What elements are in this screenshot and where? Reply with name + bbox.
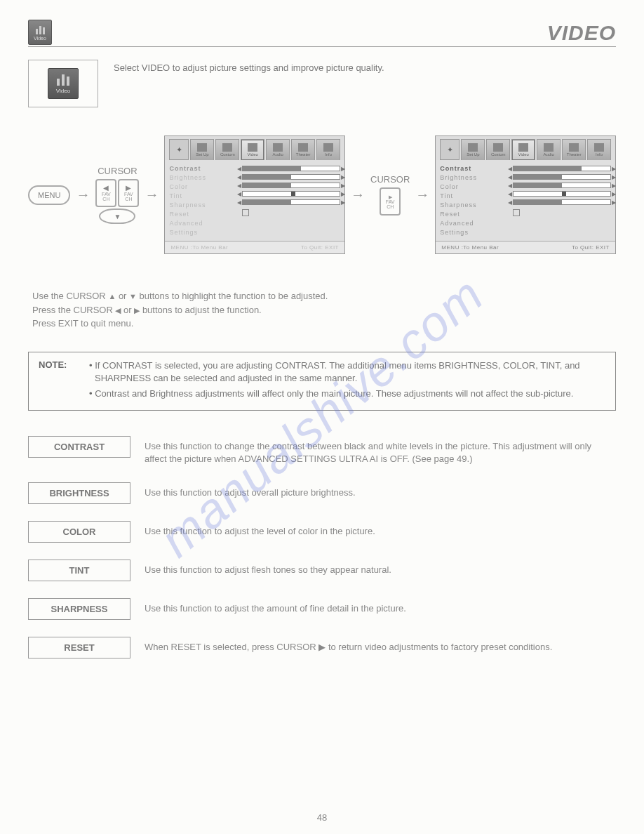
function-label: COLOR: [28, 521, 130, 543]
osd-item: Contrast: [169, 164, 238, 173]
osd-item: Tint: [440, 192, 509, 200]
osd-footer-right: To Quit: EXIT: [301, 244, 339, 251]
nav-arrows-icon: ✦: [169, 139, 189, 160]
osd-item: Advanced: [169, 219, 238, 227]
note-box: NOTE: If CONTRAST is selected, you are a…: [28, 352, 616, 411]
osd-item: Brightness: [169, 173, 238, 182]
function-desc: Use this function to adjust the amount o…: [145, 598, 616, 615]
triangle-up-icon: ▲: [108, 292, 116, 300]
video-icon: Video: [28, 20, 52, 45]
osd-tab-video: Video: [241, 139, 264, 160]
function-desc: Use this function to adjust flesh tones …: [145, 560, 616, 576]
icon-caption: Video: [56, 88, 70, 94]
function-row: BRIGHTNESS Use this function to adjust o…: [28, 482, 616, 504]
nav-arrows-icon: ✦: [440, 139, 459, 160]
slider: ◀▶: [513, 199, 611, 205]
note-label: NOTE:: [39, 359, 72, 404]
osd-screen-dim: ✦ Set Up Custom Video Audio Theater Info…: [164, 135, 345, 254]
cursor-left-button: ◀ FAV CH: [95, 179, 116, 207]
page-title: VIDEO: [547, 21, 616, 45]
checkbox-icon: [513, 209, 520, 216]
osd-item: Contrast: [440, 164, 509, 173]
osd-item: Color: [440, 183, 509, 191]
osd-tab-audio: Audio: [537, 139, 561, 160]
osd-footer-left: MENU :To Menu Bar: [170, 244, 228, 251]
triangle-right-icon: ▶: [389, 194, 392, 199]
cursor-down-button: ▼: [99, 208, 135, 224]
function-desc: Use this function to change the contrast…: [145, 436, 616, 465]
arrow-right-icon: →: [351, 187, 365, 203]
slider: ◀▶: [242, 199, 340, 205]
function-label: RESET: [28, 637, 130, 658]
osd-item: Sharpness: [169, 201, 238, 209]
slider: ◀▶: [242, 166, 340, 171]
cursor-label: CURSOR: [98, 166, 137, 176]
function-label: CONTRAST: [28, 436, 130, 458]
osd-tab-theater: Theater: [291, 139, 315, 160]
triangle-down-icon: ▼: [129, 292, 137, 300]
cursor-right-button: ▶ FAV CH: [380, 187, 401, 216]
function-label: TINT: [28, 560, 130, 581]
osd-item: Sharpness: [440, 201, 509, 209]
slider: ◀▶: [513, 166, 611, 171]
osd-tab-audio: Audio: [266, 139, 290, 160]
slider: ◀▶: [242, 183, 340, 188]
slider: ◀▶: [242, 174, 340, 180]
osd-tab-video: Video: [511, 139, 535, 160]
osd-item: Settings: [440, 228, 509, 237]
divider: [28, 46, 616, 47]
function-desc: Use this function to adjust overall pict…: [145, 482, 616, 499]
osd-item: Reset: [169, 210, 238, 218]
osd-item: Reset: [440, 210, 509, 218]
intro-text: Select VIDEO to adjust picture settings …: [114, 60, 616, 73]
osd-item: Tint: [169, 192, 238, 200]
osd-tab-setup: Set Up: [190, 139, 214, 160]
function-row: COLOR Use this function to adjust the le…: [28, 521, 616, 543]
note-item: Contrast and Brightness adjustments will…: [89, 388, 605, 400]
navigation-diagram: MENU → CURSOR ◀ FAV CH ▶ FAV CH ▼ →: [28, 135, 616, 254]
checkbox-icon: [242, 209, 249, 216]
cursor-pad: CURSOR ◀ FAV CH ▶ FAV CH ▼: [95, 166, 139, 224]
note-item: If CONTRAST is selected, you are adjusti…: [89, 359, 605, 385]
slider: ◀▶: [513, 183, 611, 188]
video-icon: Video: [48, 68, 79, 99]
osd-tab-info: Info: [316, 139, 340, 160]
triangle-right-icon: ▶: [126, 185, 131, 192]
osd-item: Color: [169, 183, 238, 191]
function-desc: Use this function to adjust the level of…: [145, 521, 616, 538]
osd-tab-setup: Set Up: [461, 139, 485, 160]
cursor-pad-single: CURSOR ▶ FAV CH: [370, 174, 410, 216]
osd-item: Brightness: [440, 173, 509, 182]
osd-item: Settings: [169, 228, 238, 237]
osd-footer-left: MENU :To Menu Bar: [441, 244, 499, 251]
instructions: Use the CURSOR ▲ or ▼ buttons to highlig…: [32, 289, 616, 331]
cursor-label: CURSOR: [370, 174, 410, 185]
intro-icon-box: Video: [28, 60, 98, 107]
function-label: SHARPNESS: [28, 598, 130, 620]
osd-tab-custom: Custom: [215, 139, 239, 160]
slider: ◀▶: [513, 191, 611, 197]
arrow-right-icon: →: [145, 187, 159, 203]
function-row: RESET When RESET is selected, press CURS…: [28, 637, 616, 658]
osd-footer-right: To Quit: EXIT: [572, 244, 610, 251]
osd-screen-active: ✦ Set Up Custom Video Audio Theater Info…: [435, 135, 616, 254]
function-row: CONTRAST Use this function to change the…: [28, 436, 616, 465]
slider: ◀▶: [513, 174, 611, 180]
arrow-right-icon: →: [415, 187, 429, 203]
arrow-right-icon: →: [76, 187, 90, 203]
osd-tab-info: Info: [587, 139, 611, 160]
icon-caption: Video: [34, 36, 46, 41]
page-number: 48: [0, 812, 644, 823]
osd-item: Advanced: [440, 219, 509, 227]
function-row: SHARPNESS Use this function to adjust th…: [28, 598, 616, 620]
osd-tab-custom: Custom: [486, 139, 510, 160]
cursor-right-button: ▶ FAV CH: [118, 179, 139, 207]
slider: ◀▶: [242, 191, 340, 197]
function-desc: When RESET is selected, press CURSOR ▶ t…: [145, 637, 616, 654]
function-label: BRIGHTNESS: [28, 482, 130, 504]
menu-button: MENU: [28, 185, 70, 205]
triangle-left-icon: ◀: [103, 185, 109, 192]
osd-tab-theater: Theater: [562, 139, 586, 160]
function-row: TINT Use this function to adjust flesh t…: [28, 560, 616, 581]
